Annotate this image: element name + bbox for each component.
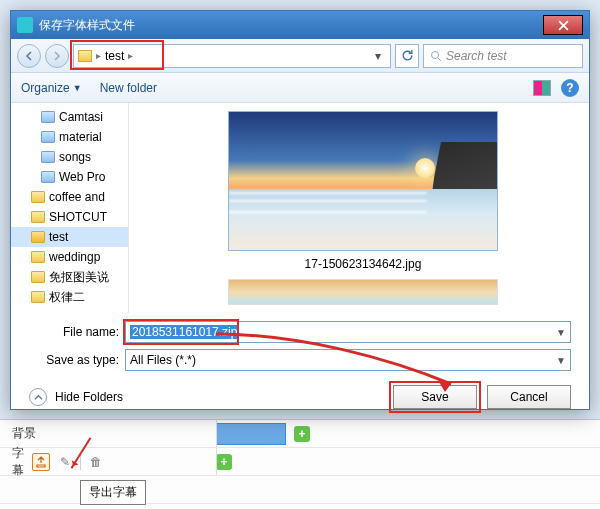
nav-bar: ▸ test ▸ ▾ Search test xyxy=(11,39,589,73)
tree-item[interactable]: 权律二 xyxy=(11,287,128,307)
save-file-dialog: 保存字体样式文件 ▸ test ▸ ▾ Search test Organize… xyxy=(10,10,590,410)
tree-item-label: 免抠图美说 xyxy=(49,269,109,286)
breadcrumb-item[interactable]: test xyxy=(105,49,124,63)
track-cells[interactable]: + xyxy=(56,420,600,447)
file-thumbnail[interactable] xyxy=(228,279,498,305)
tree-item[interactable]: test xyxy=(11,227,128,247)
tree-item[interactable]: songs xyxy=(11,147,128,167)
hide-folders-label[interactable]: Hide Folders xyxy=(55,390,123,404)
save-button[interactable]: Save xyxy=(393,385,477,409)
folder-icon xyxy=(31,291,45,303)
tree-item-label: SHOTCUT xyxy=(49,210,107,224)
breadcrumb[interactable]: ▸ test ▸ ▾ xyxy=(73,44,391,68)
tree-item[interactable]: material xyxy=(11,127,128,147)
new-folder-button[interactable]: New folder xyxy=(100,81,157,95)
tree-item-label: songs xyxy=(59,150,91,164)
tree-item-label: 权律二 xyxy=(49,289,85,306)
add-clip-button[interactable]: + xyxy=(294,426,310,442)
chevron-right-icon[interactable]: ▸ xyxy=(128,50,133,61)
tree-item-label: Web Pro xyxy=(59,170,105,184)
svg-point-0 xyxy=(432,51,439,58)
tree-item[interactable]: weddingp xyxy=(11,247,128,267)
savetype-label: Save as type: xyxy=(29,353,119,367)
chevron-down-icon[interactable]: ▼ xyxy=(556,355,566,366)
dialog-bottom: Hide Folders Save Cancel xyxy=(11,383,589,409)
filename-input[interactable]: 2018531161017.zip ▼ xyxy=(125,321,571,343)
tree-item[interactable]: 免抠图美说 xyxy=(11,267,128,287)
tree-item[interactable]: Web Pro xyxy=(11,167,128,187)
folder-icon xyxy=(41,151,55,163)
add-subtitle-button[interactable]: + xyxy=(216,454,232,470)
chevron-right-icon[interactable]: ▸ xyxy=(96,50,101,61)
tree-item[interactable]: SHOTCUT xyxy=(11,207,128,227)
tooltip: 导出字幕 xyxy=(80,480,146,505)
track-cells[interactable]: + xyxy=(56,448,600,475)
tree-item-label: coffee and xyxy=(49,190,105,204)
savetype-select[interactable]: All Files (*.*) ▼ xyxy=(125,349,571,371)
track-label-subtitle: 字幕 ✎ 🗑 xyxy=(0,445,56,479)
tree-item-label: material xyxy=(59,130,102,144)
tree-item[interactable]: Camtasi xyxy=(11,107,128,127)
folder-icon xyxy=(31,251,45,263)
save-fields: File name: 2018531161017.zip ▼ Save as t… xyxy=(11,313,589,383)
help-button[interactable]: ? xyxy=(561,79,579,97)
view-options-button[interactable] xyxy=(533,80,551,96)
refresh-button[interactable] xyxy=(395,44,419,68)
back-button[interactable] xyxy=(17,44,41,68)
folder-tree[interactable]: CamtasimaterialsongsWeb Procoffee andSHO… xyxy=(11,103,129,313)
forward-button[interactable] xyxy=(45,44,69,68)
timeline-clip[interactable] xyxy=(216,423,286,445)
file-list[interactable]: 17-150623134642.jpg xyxy=(129,103,589,313)
folder-icon xyxy=(31,211,45,223)
file-thumbnail[interactable] xyxy=(228,111,498,251)
tree-item[interactable]: coffee and xyxy=(11,187,128,207)
window-title: 保存字体样式文件 xyxy=(39,17,541,34)
folder-icon xyxy=(31,231,45,243)
export-subtitle-icon[interactable] xyxy=(32,453,50,471)
tree-item-label: Camtasi xyxy=(59,110,103,124)
tree-item-label: test xyxy=(49,230,68,244)
hide-folders-toggle[interactable] xyxy=(29,388,47,406)
titlebar[interactable]: 保存字体样式文件 xyxy=(11,11,589,39)
organize-button[interactable]: Organize ▼ xyxy=(21,81,82,95)
folder-icon xyxy=(78,50,92,62)
app-icon xyxy=(17,17,33,33)
track-label-bg: 背景 xyxy=(0,425,56,442)
folder-icon xyxy=(31,191,45,203)
timeline-tracks: 背景 + 字幕 ✎ 🗑 + 导出字幕 xyxy=(0,419,600,509)
folder-icon xyxy=(41,171,55,183)
cancel-button[interactable]: Cancel xyxy=(487,385,571,409)
close-button[interactable] xyxy=(543,15,583,35)
search-icon xyxy=(430,50,442,62)
tree-item-label: weddingp xyxy=(49,250,100,264)
chevron-down-icon[interactable]: ▼ xyxy=(556,327,566,338)
toolbar: Organize ▼ New folder ? xyxy=(11,73,589,103)
folder-icon xyxy=(41,111,55,123)
chevron-down-icon[interactable]: ▾ xyxy=(370,49,386,63)
filename-label: File name: xyxy=(29,325,119,339)
folder-icon xyxy=(41,131,55,143)
folder-icon xyxy=(31,271,45,283)
search-input[interactable]: Search test xyxy=(423,44,583,68)
file-caption: 17-150623134642.jpg xyxy=(305,257,422,271)
